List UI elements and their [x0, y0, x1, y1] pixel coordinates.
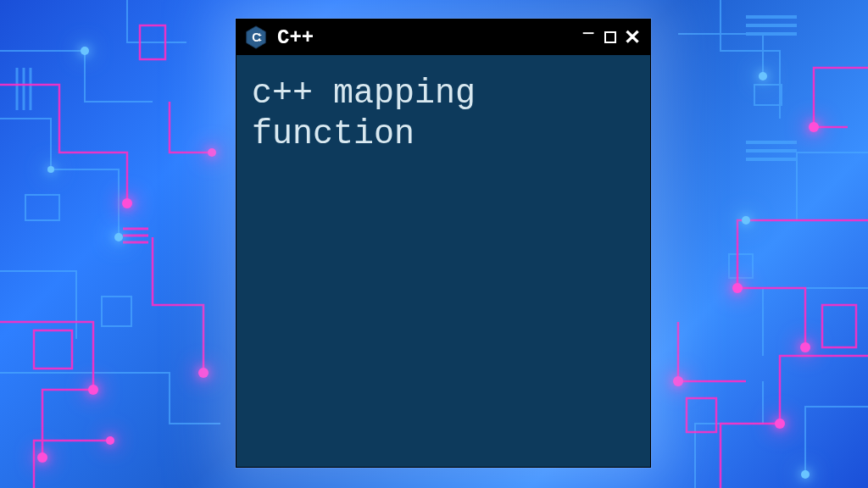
svg-point-26 — [122, 198, 132, 208]
svg-point-31 — [775, 419, 785, 429]
terminal-window: C + + C++ − ✕ c++ mapping function — [236, 19, 651, 468]
terminal-body: c++ mapping function — [236, 55, 650, 174]
svg-point-21 — [114, 233, 123, 241]
svg-rect-13 — [34, 330, 72, 369]
svg-rect-1 — [102, 297, 131, 326]
svg-point-36 — [800, 342, 810, 352]
svg-point-29 — [809, 122, 819, 132]
svg-rect-0 — [25, 195, 59, 220]
svg-rect-15 — [822, 305, 856, 347]
minimize-button[interactable]: − — [579, 22, 598, 44]
svg-point-32 — [673, 376, 683, 386]
svg-point-22 — [759, 72, 767, 80]
svg-rect-2 — [754, 85, 782, 105]
titlebar[interactable]: C + + C++ − ✕ — [236, 19, 650, 55]
svg-point-33 — [37, 452, 47, 463]
svg-point-35 — [208, 148, 216, 157]
svg-point-34 — [106, 436, 114, 445]
svg-rect-16 — [687, 398, 716, 432]
svg-point-27 — [88, 385, 98, 395]
svg-point-23 — [742, 216, 750, 225]
window-title: C++ — [277, 26, 570, 49]
svg-point-28 — [198, 368, 209, 378]
cpp-icon: C + + — [243, 25, 269, 50]
maximize-button[interactable] — [604, 31, 616, 43]
svg-rect-3 — [729, 254, 753, 278]
svg-point-25 — [47, 166, 54, 173]
svg-point-20 — [81, 47, 89, 55]
window-controls: − ✕ — [579, 26, 642, 48]
svg-text:+: + — [259, 37, 262, 43]
svg-point-24 — [801, 470, 810, 479]
terminal-content: c++ mapping function — [252, 74, 635, 155]
close-button[interactable]: ✕ — [623, 27, 642, 47]
svg-point-30 — [732, 283, 743, 293]
